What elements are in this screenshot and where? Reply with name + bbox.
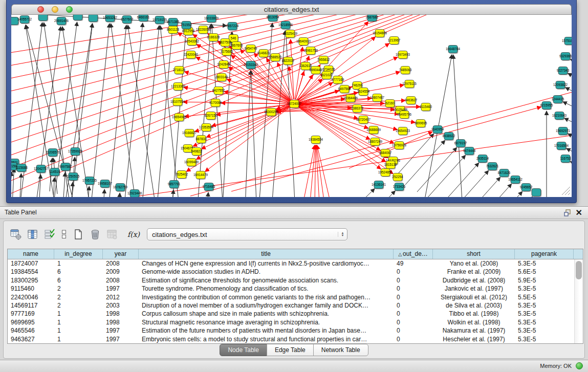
graph-node[interactable]: 1250515 <box>67 173 80 181</box>
function-builder-icon[interactable]: f(x) <box>127 230 140 238</box>
graph-node[interactable]: 9997587 <box>59 163 72 171</box>
column-header-title[interactable]: title <box>139 249 394 259</box>
graph-node[interactable]: 17016504 <box>554 142 569 150</box>
graph-node[interactable]: 9463627 <box>405 97 418 105</box>
column-header-year[interactable]: year <box>103 249 139 259</box>
table-scrollbar[interactable] <box>574 259 583 343</box>
graph-node[interactable]: 12093822 <box>553 81 568 90</box>
graph-node[interactable]: 116753 <box>560 155 571 163</box>
column-header-short[interactable]: short <box>433 249 515 259</box>
graph-node[interactable]: 16154808 <box>373 30 387 38</box>
graph-node[interactable]: 10973493 <box>396 51 410 59</box>
graph-node[interactable]: 2718126 <box>173 67 186 75</box>
graph-node[interactable]: 16033809 <box>204 15 219 23</box>
graph-node[interactable]: 20691406 <box>54 17 69 26</box>
close-window-button[interactable] <box>37 6 44 13</box>
tab-node-table[interactable]: Node Table <box>220 344 267 356</box>
column-header-out_degree[interactable]: △out_de… <box>394 249 433 259</box>
new-table-icon[interactable] <box>73 229 84 240</box>
graph-node[interactable]: 12923448 <box>127 190 142 198</box>
graph-node[interactable]: 8601128 <box>167 26 180 34</box>
graph-node[interactable]: 15751074 <box>562 37 572 46</box>
table-row[interactable]: 2242004622012Investigating the contribut… <box>8 293 583 301</box>
graph-node[interactable]: 9684067 <box>379 149 392 158</box>
table-row[interactable]: 977716911998Corpus callosum shape and si… <box>8 310 583 318</box>
graph-node[interactable]: 9227343 <box>557 67 570 75</box>
graph-node[interactable]: 8427552 <box>212 87 225 95</box>
table-row[interactable]: 1872400712008Changes of HCN gene express… <box>8 259 583 268</box>
graph-node[interactable]: 8186328 <box>207 34 220 42</box>
table-chooser-dropdown[interactable]: citations_edges.txt ▲▼ <box>147 228 347 240</box>
graph-node[interactable]: 19524851 <box>378 169 393 177</box>
graph-node[interactable]: 887833 <box>195 136 207 144</box>
memory-ok-indicator[interactable] <box>576 362 583 369</box>
graph-node[interactable]: 19384554 <box>309 136 323 144</box>
graph-node[interactable]: 9146821 <box>257 50 270 58</box>
graph-node[interactable]: 7625402 <box>176 171 188 179</box>
graph-node[interactable]: 751552 <box>181 21 192 30</box>
table-row[interactable]: 946554611997Estimation of the future num… <box>8 326 583 335</box>
column-header-pagerank[interactable]: pagerank <box>515 249 574 259</box>
graph-node[interactable]: 17957235 <box>82 177 97 185</box>
graph-node[interactable]: 549822 <box>191 148 202 156</box>
table-row[interactable]: 1830029562008Estimation of significance … <box>8 276 583 285</box>
graph-node[interactable]: 10807487 <box>370 94 385 102</box>
graph-node[interactable]: 16648784 <box>446 46 461 54</box>
row-selection-icon[interactable] <box>44 229 55 240</box>
graph-node[interactable]: 9899695 <box>415 120 427 128</box>
graph-node[interactable]: 6497568 <box>338 85 351 94</box>
graph-node[interactable]: 3175685 <box>221 48 233 56</box>
graph-node[interactable]: 10543382 <box>185 38 200 46</box>
zoom-window-button[interactable] <box>66 6 73 13</box>
graph-node[interactable]: 8215955 <box>540 102 553 110</box>
graph-node[interactable]: 12975115 <box>402 80 417 89</box>
graph-node[interactable]: 3624554 <box>357 88 370 96</box>
graph-node[interactable]: 62160 <box>385 100 395 108</box>
graph-node[interactable]: 2803144 <box>215 74 228 82</box>
table-row[interactable]: 1456911722003Disruption of a novel membe… <box>8 301 583 310</box>
graph-node[interactable]: 10719155 <box>153 16 167 25</box>
graph-node[interactable]: 8938922 <box>443 133 455 141</box>
graph-node[interactable]: 7955812 <box>317 56 330 64</box>
graph-node[interactable]: 1733426 <box>393 183 406 191</box>
graph-node[interactable]: 14055712 <box>17 16 32 24</box>
graph-node[interactable]: 7485063 <box>399 67 412 75</box>
graph-node[interactable]: 8822037 <box>282 57 295 65</box>
graph-node[interactable]: 9115460 <box>420 103 432 112</box>
graph-node[interactable]: 6879197 <box>454 140 467 148</box>
column-header-name[interactable]: name <box>8 249 54 259</box>
graph-node[interactable]: 114519 <box>50 168 60 177</box>
column-header-in_degree[interactable]: in_degree <box>54 249 103 259</box>
float-panel-icon[interactable] <box>564 209 571 216</box>
graph-node[interactable]: 18640910 <box>296 38 311 46</box>
show-columns-icon[interactable] <box>27 229 38 240</box>
delete-table-icon[interactable] <box>90 229 101 240</box>
scrollbar-thumb[interactable] <box>576 261 582 279</box>
graph-node[interactable]: 16782759 <box>113 184 128 192</box>
graph-node[interactable]: 14136141 <box>372 181 386 189</box>
graph-node[interactable]: 8267150 <box>205 112 217 120</box>
graph-node[interactable]: 9857791 <box>168 181 181 189</box>
graph-node[interactable]: 9245652 <box>520 184 533 192</box>
graph-node[interactable]: 19654923 <box>396 127 410 136</box>
graph-node[interactable]: 16961758 <box>303 47 318 55</box>
graph-node[interactable]: 12213369 <box>171 83 186 91</box>
graph-node[interactable]: 19958107 <box>98 180 113 188</box>
table-row[interactable]: 946362711997Embryonic stem cells: a mode… <box>8 335 583 343</box>
graph-node[interactable]: 9329366 <box>559 53 572 61</box>
graph-node[interactable]: 252254 <box>392 173 403 182</box>
network-window-titlebar[interactable]: citations_edges.txt <box>11 4 572 15</box>
graph-node[interactable]: 9474444 <box>463 147 476 156</box>
graph-node[interactable]: 1640954 <box>431 126 444 134</box>
close-panel-icon[interactable]: ✕ <box>576 207 582 218</box>
graph-node[interactable]: 9671385 <box>167 18 180 27</box>
graph-node[interactable]: 1815132 <box>384 161 397 169</box>
graph-node[interactable]: 8454749 <box>245 45 257 53</box>
network-canvas[interactable]: 1872400718300295193845548601128891295418… <box>11 15 572 197</box>
graph-node[interactable]: 18226058 <box>196 26 211 34</box>
graph-node[interactable]: 17359928 <box>68 148 83 156</box>
minimize-window-button[interactable] <box>52 6 58 13</box>
graph-node[interactable] <box>38 15 48 21</box>
graph-node[interactable]: 2867608 <box>230 42 243 50</box>
graph-node[interactable]: 7857224 <box>226 23 239 31</box>
